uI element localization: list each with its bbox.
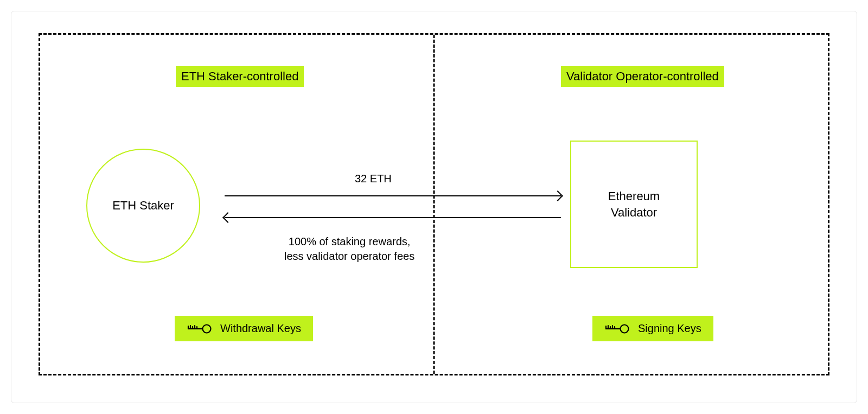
ethereum-validator-node: EthereumValidator xyxy=(570,141,698,268)
arrow-to-staker xyxy=(225,217,561,218)
eth-staker-label: ETH Staker xyxy=(112,199,174,213)
flow-label-to-staker: 100% of staking rewards,less validator o… xyxy=(284,234,414,264)
arrow-to-validator xyxy=(225,195,561,196)
signing-keys-badge: Signing Keys xyxy=(592,316,713,341)
diagram-frame: ETH Staker-controlled Validator Operator… xyxy=(11,11,857,403)
ethereum-validator-label: EthereumValidator xyxy=(608,188,660,220)
arrow-left-icon xyxy=(225,217,561,218)
arrow-right-icon xyxy=(225,195,561,196)
diagram-dashed-container: ETH Staker-controlled Validator Operator… xyxy=(39,33,829,375)
right-section-header: Validator Operator-controlled xyxy=(561,66,724,87)
left-section-header: ETH Staker-controlled xyxy=(176,66,304,87)
key-icon xyxy=(187,323,212,335)
signing-keys-label: Signing Keys xyxy=(638,322,701,335)
svg-point-2 xyxy=(621,324,629,333)
withdrawal-keys-badge: Withdrawal Keys xyxy=(175,316,313,341)
eth-staker-node: ETH Staker xyxy=(86,149,200,263)
svg-point-0 xyxy=(203,324,211,333)
withdrawal-keys-label: Withdrawal Keys xyxy=(220,322,301,335)
vertical-divider xyxy=(433,35,435,374)
flow-label-to-validator: 32 ETH xyxy=(355,171,392,186)
key-icon xyxy=(604,323,629,335)
